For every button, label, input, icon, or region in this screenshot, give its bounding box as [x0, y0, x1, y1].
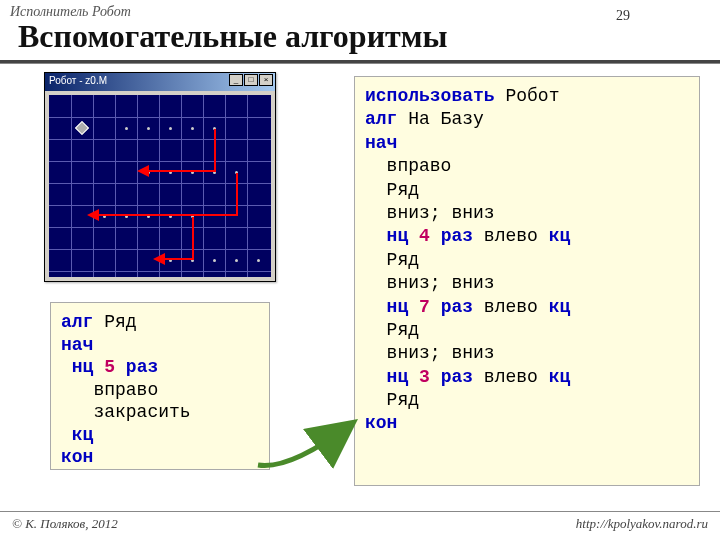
use-name: Робот — [495, 86, 560, 106]
maximize-icon[interactable]: □ — [244, 74, 258, 86]
cmd: Ряд — [365, 389, 689, 412]
page-number: 29 — [616, 8, 630, 24]
close-icon[interactable]: × — [259, 74, 273, 86]
cmd: вниз; вниз — [365, 272, 689, 295]
kw-loop: нц — [387, 297, 419, 317]
page-title: Вспомогательные алгоритмы — [18, 18, 448, 55]
kw-end: кон — [365, 412, 689, 435]
num: 7 — [419, 297, 430, 317]
window-title: Робот - z0.M — [49, 75, 107, 86]
divider — [0, 511, 720, 512]
cmd: Ряд — [365, 319, 689, 342]
kw-times: раз — [430, 226, 484, 246]
cmd: влево — [484, 297, 549, 317]
kw-end: кон — [61, 446, 259, 469]
kw-loop: нц — [72, 357, 104, 377]
divider — [0, 63, 720, 64]
kw-loop: нц — [387, 226, 419, 246]
cmd: Ряд — [365, 179, 689, 202]
kw-times: раз — [115, 357, 158, 377]
window-buttons: _ □ × — [229, 74, 273, 86]
kw-use: использовать — [365, 86, 495, 106]
code-block-sub: алг Ряд нач нц 5 раз вправо закрасить кц… — [50, 302, 270, 470]
cmd: вниз; вниз — [365, 342, 689, 365]
code-block-main: использовать Робот алг На Базу нач вправ… — [354, 76, 700, 486]
num: 4 — [419, 226, 430, 246]
cmd: влево — [484, 226, 549, 246]
cmd: вправо — [61, 379, 259, 402]
kw-begin: нач — [365, 132, 689, 155]
copyright: © К. Поляков, 2012 — [12, 516, 118, 532]
cmd: вправо — [365, 155, 689, 178]
kw-times: раз — [430, 297, 484, 317]
robot-grid — [49, 95, 271, 277]
alg-name: На Базу — [397, 109, 483, 129]
kw-endloop: кц — [61, 424, 259, 447]
cmd: вниз; вниз — [365, 202, 689, 225]
kw-alg: алг — [61, 312, 93, 332]
kw-alg: алг — [365, 109, 397, 129]
kw-endloop: кц — [549, 226, 571, 246]
kw-times: раз — [430, 367, 484, 387]
window-titlebar: Робот - z0.M _ □ × — [45, 73, 275, 91]
kw-begin: нач — [61, 334, 259, 357]
num: 3 — [419, 367, 430, 387]
curved-arrow-icon — [250, 415, 360, 475]
cmd: закрасить — [61, 401, 259, 424]
kw-endloop: кц — [549, 297, 571, 317]
minimize-icon[interactable]: _ — [229, 74, 243, 86]
kw-endloop: кц — [549, 367, 571, 387]
url: http://kpolyakov.narod.ru — [576, 516, 708, 532]
num: 5 — [104, 357, 115, 377]
cmd: Ряд — [365, 249, 689, 272]
cmd: влево — [484, 367, 549, 387]
robot-window: Робот - z0.M _ □ × — [44, 72, 276, 282]
alg-name: Ряд — [93, 312, 136, 332]
robot-marker — [75, 121, 89, 135]
kw-loop: нц — [387, 367, 419, 387]
